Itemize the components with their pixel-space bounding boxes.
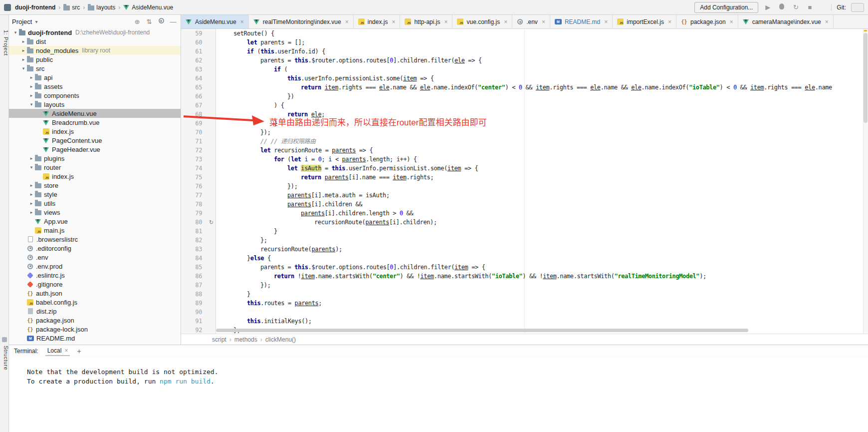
- chevron-collapsed-icon[interactable]: ▸: [28, 210, 35, 215]
- vertical-scrollbar[interactable]: [863, 29, 868, 334]
- tree-item-package-lock.json[interactable]: {}package-lock.json: [9, 325, 181, 334]
- tab-AsideMenu.vue[interactable]: AsideMenu.vue×: [181, 15, 249, 28]
- close-tab-icon[interactable]: ×: [668, 18, 671, 25]
- tab-README.md[interactable]: MREADME.md×: [550, 15, 613, 28]
- close-tab-icon[interactable]: ×: [604, 18, 608, 25]
- chevron-expanded-icon[interactable]: ▾: [28, 102, 35, 107]
- run-icon[interactable]: ▶: [763, 3, 772, 11]
- git-update-button[interactable]: [851, 3, 864, 12]
- tree-item-main.js[interactable]: JSmain.js: [9, 226, 181, 235]
- tree-item-index.js[interactable]: JSindex.js: [9, 127, 181, 136]
- tree-item-duoji-frontend[interactable]: ▾duoji-frontendD:\zheheWeb\duoji-fronten…: [9, 28, 181, 37]
- tab-http-api.js[interactable]: JShttp-api.js×: [400, 15, 452, 28]
- tool-stripe-structure-button[interactable]: Structure: [0, 346, 9, 370]
- vertical-scrollbar-thumb[interactable]: [864, 33, 868, 123]
- tree-item-PageContent.vue[interactable]: PageContent.vue: [9, 136, 181, 145]
- chevron-collapsed-icon[interactable]: ▸: [20, 48, 27, 53]
- chevron-collapsed-icon[interactable]: ▸: [28, 84, 35, 89]
- breadcrumb-item[interactable]: duoji-frontend: [15, 4, 55, 11]
- tab-importExcel.js[interactable]: JSimportExcel.js×: [613, 15, 676, 28]
- terminal-output[interactable]: Note that the development build is not o…: [9, 357, 868, 432]
- hide-panel-icon[interactable]: —: [169, 18, 178, 25]
- tab-package.json[interactable]: {}package.json×: [676, 15, 738, 28]
- breadcrumb-item[interactable]: src: [63, 4, 80, 11]
- chevron-down-icon[interactable]: ▾: [35, 19, 37, 24]
- chevron-expanded-icon[interactable]: ▾: [20, 66, 27, 71]
- tree-item-plugins[interactable]: ▸plugins: [9, 154, 181, 163]
- tree-item-AsideMenu.vue[interactable]: AsideMenu.vue: [9, 109, 181, 118]
- tree-item-router[interactable]: ▾router: [9, 163, 181, 172]
- tree-item-PageHeader.vue[interactable]: PageHeader.vue: [9, 145, 181, 154]
- new-terminal-tab-icon[interactable]: +: [77, 347, 81, 355]
- tree-item-layouts[interactable]: ▾layouts: [9, 100, 181, 109]
- stop-icon[interactable]: ■: [805, 3, 814, 11]
- editor-breadcrumb-item[interactable]: clickMenu(): [265, 336, 296, 343]
- close-terminal-tab-icon[interactable]: ×: [64, 347, 68, 354]
- close-tab-icon[interactable]: ×: [542, 18, 545, 25]
- tree-item-.gitignore[interactable]: .gitignore: [9, 280, 181, 289]
- chevron-collapsed-icon[interactable]: ▸: [28, 183, 35, 188]
- close-tab-icon[interactable]: ×: [345, 18, 349, 25]
- close-tab-icon[interactable]: ×: [240, 18, 244, 25]
- close-tab-icon[interactable]: ×: [730, 18, 733, 25]
- tree-item-public[interactable]: ▸public: [9, 55, 181, 64]
- tree-item-style[interactable]: ▸style: [9, 190, 181, 199]
- tree-item-node_modules[interactable]: ▸node_moduleslibrary root: [9, 46, 181, 55]
- breadcrumb-item[interactable]: layouts: [88, 4, 115, 11]
- chevron-collapsed-icon[interactable]: ▸: [28, 201, 35, 206]
- debug-bug-icon[interactable]: [777, 3, 786, 11]
- tree-item-index.js[interactable]: JSindex.js: [9, 172, 181, 181]
- chevron-collapsed-icon[interactable]: ▸: [20, 57, 27, 62]
- locate-file-icon[interactable]: ⊕: [133, 18, 142, 25]
- editor-breadcrumb-item[interactable]: methods: [234, 336, 257, 343]
- close-tab-icon[interactable]: ×: [444, 18, 447, 25]
- editor-area[interactable]: 59setRoute() {60let parents = [];61if (t…: [181, 29, 868, 334]
- close-tab-icon[interactable]: ×: [825, 18, 829, 25]
- tab-cameraManage\index.vue[interactable]: cameraManage\index.vue×: [738, 15, 834, 28]
- chevron-collapsed-icon[interactable]: ▸: [28, 192, 35, 197]
- tree-item-Breadcrumb.vue[interactable]: Breadcrumb.vue: [9, 118, 181, 127]
- tree-item-.browserslistrc[interactable]: .browserslistrc: [9, 235, 181, 244]
- tree-item-assets[interactable]: ▸assets: [9, 82, 181, 91]
- tool-stripe-project-button[interactable]: 1: Project: [0, 30, 9, 55]
- chevron-expanded-icon[interactable]: ▾: [28, 165, 35, 170]
- project-panel-title[interactable]: Project: [12, 18, 32, 25]
- tree-item-dist[interactable]: ▸dist: [9, 37, 181, 46]
- chevron-collapsed-icon[interactable]: ▸: [20, 39, 27, 44]
- chevron-expanded-icon[interactable]: ▾: [12, 30, 19, 35]
- tree-item-App.vue[interactable]: App.vue: [9, 217, 181, 226]
- tree-item-components[interactable]: ▸components: [9, 91, 181, 100]
- chevron-collapsed-icon[interactable]: ▸: [28, 156, 35, 161]
- settings-gear-icon[interactable]: [157, 17, 166, 25]
- breadcrumb-item[interactable]: AsideMenu.vue: [123, 4, 173, 11]
- close-tab-icon[interactable]: ×: [504, 18, 507, 25]
- sort-icon[interactable]: ⇅: [145, 18, 154, 25]
- chevron-collapsed-icon[interactable]: ▸: [28, 93, 35, 98]
- tree-item-dist.zip[interactable]: dist.zip: [9, 307, 181, 316]
- close-tab-icon[interactable]: ×: [392, 18, 395, 25]
- tab-vue.config.js[interactable]: JSvue.config.js×: [452, 15, 512, 28]
- refresh-icon[interactable]: ↻: [791, 3, 800, 11]
- tab-.env[interactable]: .env×: [512, 15, 550, 28]
- tree-item-store[interactable]: ▸store: [9, 181, 181, 190]
- tab-realTimeMonitoring\index.vue[interactable]: realTimeMonitoring\index.vue×: [249, 15, 354, 28]
- tab-index.js[interactable]: JSindex.js×: [354, 15, 401, 28]
- tree-item-api[interactable]: ▸api: [9, 73, 181, 82]
- tree-item-views[interactable]: ▸views: [9, 208, 181, 217]
- tree-item-auth.json[interactable]: {}auth.json: [9, 289, 181, 298]
- tree-item-.editorconfig[interactable]: .editorconfig: [9, 244, 181, 253]
- tree-item-README.md[interactable]: MREADME.md: [9, 334, 181, 343]
- add-configuration-button[interactable]: Add Configuration...: [694, 2, 758, 13]
- tree-item-package.json[interactable]: {}package.json: [9, 316, 181, 325]
- tree-item-.env[interactable]: .env: [9, 253, 181, 262]
- tree-item-.eslintrc.js[interactable]: .eslintrc.js: [9, 271, 181, 280]
- tree-item-.env.prod[interactable]: .env.prod: [9, 262, 181, 271]
- editor-breadcrumb-item[interactable]: script: [212, 336, 226, 343]
- terminal-tab-local[interactable]: Local ×: [45, 346, 70, 356]
- chevron-collapsed-icon[interactable]: ▸: [28, 75, 35, 80]
- tree-item-src[interactable]: ▾src: [9, 64, 181, 73]
- tree-item-babel.config.js[interactable]: JSbabel.config.js: [9, 298, 181, 307]
- horizontal-scrollbar[interactable]: [216, 329, 748, 332]
- tree-item-label: api: [44, 74, 52, 81]
- tree-item-utils[interactable]: ▸utils: [9, 199, 181, 208]
